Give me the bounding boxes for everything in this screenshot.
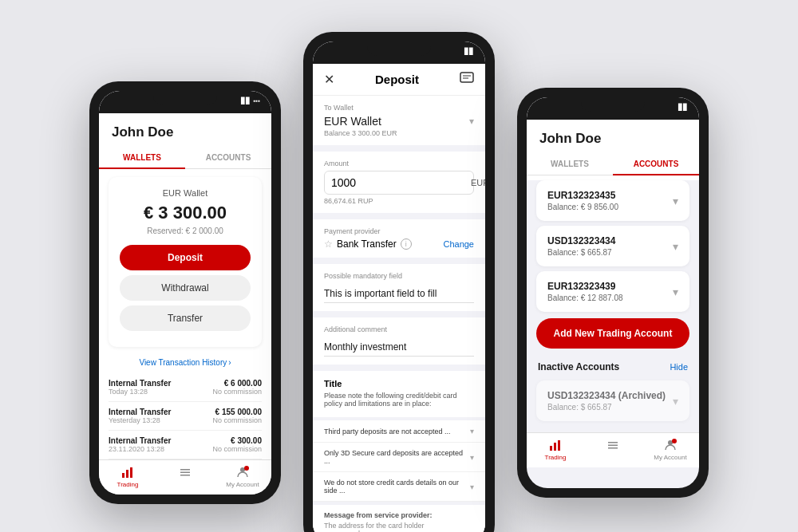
tx-title: Internal Transfer xyxy=(109,408,171,416)
deposit-button[interactable]: Deposit xyxy=(120,245,251,270)
bottom-nav-p3: Trading xyxy=(527,432,699,467)
svg-rect-16 xyxy=(608,447,618,449)
svg-rect-3 xyxy=(180,469,190,471)
svg-rect-4 xyxy=(180,472,190,474)
notch-bar-p2: ▊▊ xyxy=(313,41,485,64)
account-balance: Balance: € 9 856.00 xyxy=(547,203,618,211)
change-link[interactable]: Change xyxy=(443,239,474,249)
chevron-down-icon: ▾ xyxy=(673,240,678,253)
payment-label: Payment provider xyxy=(324,227,474,235)
accordion-item-1[interactable]: Only 3D Secure card deposits are accepte… xyxy=(313,443,485,472)
payment-name: Bank Transfer xyxy=(337,238,397,250)
nav-trading-p1[interactable]: Trading xyxy=(99,465,156,488)
nav-middle-p3[interactable] xyxy=(584,438,642,461)
account-icon xyxy=(235,465,250,479)
withdrawal-button[interactable]: Withdrawal xyxy=(120,275,251,301)
svg-point-7 xyxy=(244,466,249,471)
info-icon[interactable]: i xyxy=(401,238,412,250)
nav-label: Trading xyxy=(545,454,567,461)
nav-label: My Account xyxy=(654,454,686,461)
nav-middle-p1[interactable] xyxy=(156,465,214,488)
star-icon: ☆ xyxy=(324,238,333,250)
menu-icon xyxy=(606,438,620,452)
chevron-down-icon: ▾ xyxy=(673,395,678,408)
nav-account-p3[interactable]: My Account xyxy=(642,438,699,461)
wallet-card: EUR Wallet € 3 300.00 Reserved: € 2 000.… xyxy=(109,177,262,347)
account-card-1[interactable]: USD132323434 Balance: $ 665.87 ▾ xyxy=(536,226,689,266)
accordion-item-2[interactable]: We do not store credit cards details on … xyxy=(313,472,485,502)
mandatory-input[interactable] xyxy=(324,285,474,303)
mandatory-section: Possible mandatory field xyxy=(313,264,485,311)
table-row: Internal Transfer 23.11.2020 13:28 € 300… xyxy=(109,431,262,459)
tab-wallets-p1[interactable]: WALLETS xyxy=(99,147,185,168)
archived-account-card[interactable]: USD132323434 (Archived) Balance: $ 665.8… xyxy=(536,380,689,421)
view-history-link[interactable]: View Transaction History › xyxy=(99,355,271,373)
account-balance: Balance: $ 665.87 xyxy=(547,248,615,257)
payment-section: Payment provider ☆ Bank Transfer i Chang… xyxy=(313,219,485,258)
svg-rect-2 xyxy=(130,467,132,478)
tab-accounts-p1[interactable]: ACCOUNTS xyxy=(185,147,271,168)
deposit-title: Deposit xyxy=(375,73,419,86)
svg-rect-1 xyxy=(126,470,128,478)
accordion-item-0[interactable]: Third party deposits are not accepted ..… xyxy=(313,420,485,443)
nav-trading-p3[interactable]: Trading xyxy=(527,438,584,461)
comment-input[interactable] xyxy=(324,338,474,357)
tabs-p1: WALLETS ACCOUNTS xyxy=(99,147,271,169)
tx-amount: € 6 000.00 xyxy=(212,379,262,388)
tx-commission: No commission xyxy=(212,445,262,453)
wallet-select-value[interactable]: EUR Wallet xyxy=(324,115,381,128)
notch-bar: ▊▊ ▪▪▪ xyxy=(99,91,271,113)
inactive-title: Inactive Accounts xyxy=(538,361,619,372)
wallet-balance-text: Balance 3 300.00 EUR xyxy=(324,129,474,137)
transaction-list: Internal Transfer Today 13:28 € 6 000.00… xyxy=(99,373,271,459)
accordion-label: Only 3D Secure card deposits are accepte… xyxy=(324,449,470,465)
svg-rect-15 xyxy=(608,445,618,447)
close-icon[interactable]: ✕ xyxy=(324,72,334,87)
nav-account-p1[interactable]: My Account xyxy=(214,465,271,488)
hide-link[interactable]: Hide xyxy=(670,362,688,372)
comment-section: Additional comment xyxy=(313,317,485,365)
tx-date: Today 13:28 xyxy=(109,388,171,396)
account-card-0[interactable]: EUR132323435 Balance: € 9 856.00 ▾ xyxy=(536,180,689,221)
currency-select[interactable]: EUR ▾ xyxy=(471,178,485,187)
phone-deposit: ▊▊ ✕ Deposit To Wallet EUR xyxy=(303,32,495,532)
menu-icon xyxy=(178,465,192,479)
chevron-down-icon: ▾ xyxy=(470,483,474,491)
svg-rect-8 xyxy=(460,73,473,82)
message-label: Message from service provider: xyxy=(324,511,474,519)
phone-wallets: ▊▊ ▪▪▪ John Doe WALLETS ACCOUNTS EUR Wal… xyxy=(89,81,281,504)
user-name-p3: John Doe xyxy=(527,120,699,153)
tx-commission: No commission xyxy=(212,416,262,424)
nav-label: My Account xyxy=(226,481,259,488)
amount-section: Amount EUR ▾ 86,674.61 RUP xyxy=(313,152,485,213)
trading-icon xyxy=(120,465,135,479)
phone-accounts: ▊▊ John Doe WALLETS ACCOUNTS EUR13232343… xyxy=(517,88,709,498)
tabs-p3: WALLETS ACCOUNTS xyxy=(527,153,699,175)
amount-input[interactable] xyxy=(331,176,471,189)
svg-point-18 xyxy=(672,439,677,443)
tx-amount: € 155 000.00 xyxy=(212,408,262,416)
table-row: Internal Transfer Yesterday 13:28 € 155 … xyxy=(109,402,262,431)
title-text: Please note the following credit/debit c… xyxy=(324,392,474,408)
tx-date: Yesterday 13:28 xyxy=(109,416,171,424)
wallet-name: EUR Wallet xyxy=(120,188,251,198)
tab-wallets-p3[interactable]: WALLETS xyxy=(527,153,613,175)
archived-account-id: USD132323434 (Archived) xyxy=(547,390,666,401)
scene: ▊▊ ▪▪▪ John Doe WALLETS ACCOUNTS EUR Wal… xyxy=(57,0,741,532)
accordion-label: We do not store credit cards details on … xyxy=(324,479,470,495)
tx-date: 23.11.2020 13:28 xyxy=(109,445,171,453)
account-balance: Balance: € 12 887.08 xyxy=(547,294,623,302)
wallet-amount: € 3 300.00 xyxy=(120,203,251,223)
svg-rect-5 xyxy=(180,475,190,476)
archived-account-balance: Balance: $ 665.87 xyxy=(547,403,666,412)
svg-rect-0 xyxy=(122,473,124,478)
nav-label: Trading xyxy=(117,481,139,488)
add-trading-account-button[interactable]: Add New Trading Account xyxy=(536,318,689,349)
account-card-2[interactable]: EUR132323439 Balance: € 12 887.08 ▾ xyxy=(536,271,689,312)
tab-accounts-p3[interactable]: ACCOUNTS xyxy=(613,153,699,175)
message-icon[interactable] xyxy=(460,72,474,87)
inactive-accounts-header: Inactive Accounts Hide xyxy=(527,355,699,376)
tx-amount: € 300.00 xyxy=(212,436,262,445)
svg-rect-12 xyxy=(554,443,556,451)
transfer-button[interactable]: Transfer xyxy=(120,305,251,331)
